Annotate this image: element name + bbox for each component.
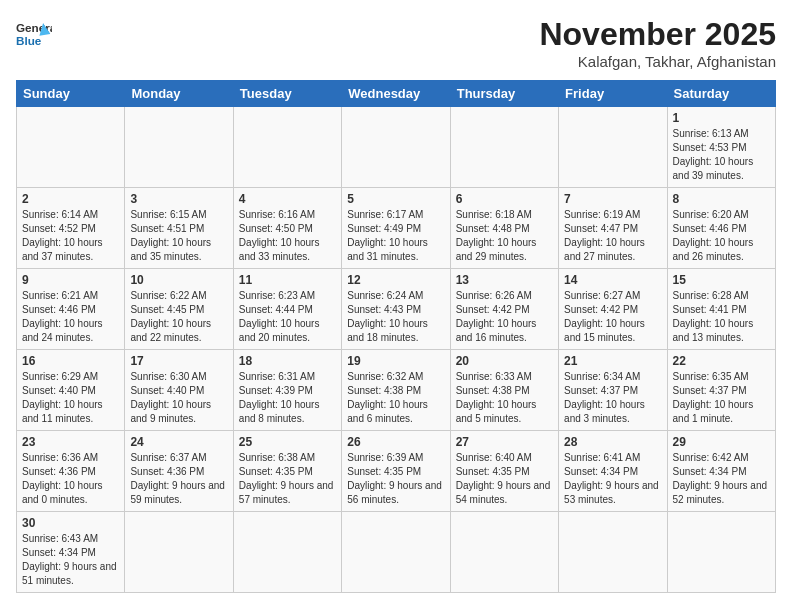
calendar-cell: 10Sunrise: 6:22 AM Sunset: 4:45 PM Dayli… [125, 269, 233, 350]
day-number: 27 [456, 435, 553, 449]
calendar-cell [450, 512, 558, 593]
day-number: 23 [22, 435, 119, 449]
calendar-cell: 30Sunrise: 6:43 AM Sunset: 4:34 PM Dayli… [17, 512, 125, 593]
calendar-cell: 22Sunrise: 6:35 AM Sunset: 4:37 PM Dayli… [667, 350, 775, 431]
day-info: Sunrise: 6:43 AM Sunset: 4:34 PM Dayligh… [22, 532, 119, 588]
day-number: 29 [673, 435, 770, 449]
day-info: Sunrise: 6:34 AM Sunset: 4:37 PM Dayligh… [564, 370, 661, 426]
day-number: 5 [347, 192, 444, 206]
weekday-header-row: Sunday Monday Tuesday Wednesday Thursday… [17, 81, 776, 107]
day-number: 1 [673, 111, 770, 125]
day-info: Sunrise: 6:29 AM Sunset: 4:40 PM Dayligh… [22, 370, 119, 426]
calendar-cell: 21Sunrise: 6:34 AM Sunset: 4:37 PM Dayli… [559, 350, 667, 431]
calendar-cell [667, 512, 775, 593]
calendar-row: 1Sunrise: 6:13 AM Sunset: 4:53 PM Daylig… [17, 107, 776, 188]
location-title: Kalafgan, Takhar, Afghanistan [539, 53, 776, 70]
svg-text:Blue: Blue [16, 34, 42, 47]
calendar-row: 2Sunrise: 6:14 AM Sunset: 4:52 PM Daylig… [17, 188, 776, 269]
header-wednesday: Wednesday [342, 81, 450, 107]
month-title: November 2025 [539, 16, 776, 53]
day-number: 13 [456, 273, 553, 287]
day-number: 9 [22, 273, 119, 287]
calendar-cell: 15Sunrise: 6:28 AM Sunset: 4:41 PM Dayli… [667, 269, 775, 350]
day-number: 25 [239, 435, 336, 449]
calendar-cell: 18Sunrise: 6:31 AM Sunset: 4:39 PM Dayli… [233, 350, 341, 431]
calendar-cell: 26Sunrise: 6:39 AM Sunset: 4:35 PM Dayli… [342, 431, 450, 512]
day-number: 8 [673, 192, 770, 206]
header-friday: Friday [559, 81, 667, 107]
day-number: 2 [22, 192, 119, 206]
day-info: Sunrise: 6:13 AM Sunset: 4:53 PM Dayligh… [673, 127, 770, 183]
day-number: 24 [130, 435, 227, 449]
calendar-cell [125, 107, 233, 188]
calendar-cell: 29Sunrise: 6:42 AM Sunset: 4:34 PM Dayli… [667, 431, 775, 512]
day-number: 18 [239, 354, 336, 368]
calendar-cell: 27Sunrise: 6:40 AM Sunset: 4:35 PM Dayli… [450, 431, 558, 512]
calendar-cell: 25Sunrise: 6:38 AM Sunset: 4:35 PM Dayli… [233, 431, 341, 512]
day-info: Sunrise: 6:20 AM Sunset: 4:46 PM Dayligh… [673, 208, 770, 264]
day-number: 4 [239, 192, 336, 206]
day-info: Sunrise: 6:16 AM Sunset: 4:50 PM Dayligh… [239, 208, 336, 264]
calendar-cell: 6Sunrise: 6:18 AM Sunset: 4:48 PM Daylig… [450, 188, 558, 269]
day-info: Sunrise: 6:38 AM Sunset: 4:35 PM Dayligh… [239, 451, 336, 507]
day-number: 30 [22, 516, 119, 530]
day-number: 21 [564, 354, 661, 368]
day-info: Sunrise: 6:42 AM Sunset: 4:34 PM Dayligh… [673, 451, 770, 507]
calendar-cell [559, 512, 667, 593]
calendar-row: 23Sunrise: 6:36 AM Sunset: 4:36 PM Dayli… [17, 431, 776, 512]
day-number: 10 [130, 273, 227, 287]
day-info: Sunrise: 6:32 AM Sunset: 4:38 PM Dayligh… [347, 370, 444, 426]
day-number: 7 [564, 192, 661, 206]
logo: General Blue [16, 16, 52, 52]
day-info: Sunrise: 6:27 AM Sunset: 4:42 PM Dayligh… [564, 289, 661, 345]
day-info: Sunrise: 6:24 AM Sunset: 4:43 PM Dayligh… [347, 289, 444, 345]
day-info: Sunrise: 6:35 AM Sunset: 4:37 PM Dayligh… [673, 370, 770, 426]
calendar-cell: 4Sunrise: 6:16 AM Sunset: 4:50 PM Daylig… [233, 188, 341, 269]
calendar-cell [17, 107, 125, 188]
header-sunday: Sunday [17, 81, 125, 107]
day-info: Sunrise: 6:19 AM Sunset: 4:47 PM Dayligh… [564, 208, 661, 264]
calendar-cell: 5Sunrise: 6:17 AM Sunset: 4:49 PM Daylig… [342, 188, 450, 269]
title-area: November 2025 Kalafgan, Takhar, Afghanis… [539, 16, 776, 70]
calendar-cell: 17Sunrise: 6:30 AM Sunset: 4:40 PM Dayli… [125, 350, 233, 431]
calendar-row: 16Sunrise: 6:29 AM Sunset: 4:40 PM Dayli… [17, 350, 776, 431]
day-info: Sunrise: 6:23 AM Sunset: 4:44 PM Dayligh… [239, 289, 336, 345]
calendar-row: 30Sunrise: 6:43 AM Sunset: 4:34 PM Dayli… [17, 512, 776, 593]
calendar-cell: 28Sunrise: 6:41 AM Sunset: 4:34 PM Dayli… [559, 431, 667, 512]
day-info: Sunrise: 6:36 AM Sunset: 4:36 PM Dayligh… [22, 451, 119, 507]
header-thursday: Thursday [450, 81, 558, 107]
calendar-cell [450, 107, 558, 188]
day-info: Sunrise: 6:41 AM Sunset: 4:34 PM Dayligh… [564, 451, 661, 507]
calendar-cell [342, 512, 450, 593]
day-number: 12 [347, 273, 444, 287]
calendar-cell [342, 107, 450, 188]
calendar-cell: 2Sunrise: 6:14 AM Sunset: 4:52 PM Daylig… [17, 188, 125, 269]
day-info: Sunrise: 6:39 AM Sunset: 4:35 PM Dayligh… [347, 451, 444, 507]
day-info: Sunrise: 6:18 AM Sunset: 4:48 PM Dayligh… [456, 208, 553, 264]
day-number: 26 [347, 435, 444, 449]
calendar-cell [233, 107, 341, 188]
calendar-cell: 19Sunrise: 6:32 AM Sunset: 4:38 PM Dayli… [342, 350, 450, 431]
day-number: 14 [564, 273, 661, 287]
header-tuesday: Tuesday [233, 81, 341, 107]
day-info: Sunrise: 6:30 AM Sunset: 4:40 PM Dayligh… [130, 370, 227, 426]
day-number: 22 [673, 354, 770, 368]
calendar-cell: 7Sunrise: 6:19 AM Sunset: 4:47 PM Daylig… [559, 188, 667, 269]
calendar-cell: 3Sunrise: 6:15 AM Sunset: 4:51 PM Daylig… [125, 188, 233, 269]
header-saturday: Saturday [667, 81, 775, 107]
calendar-cell: 16Sunrise: 6:29 AM Sunset: 4:40 PM Dayli… [17, 350, 125, 431]
day-info: Sunrise: 6:14 AM Sunset: 4:52 PM Dayligh… [22, 208, 119, 264]
day-info: Sunrise: 6:21 AM Sunset: 4:46 PM Dayligh… [22, 289, 119, 345]
day-number: 3 [130, 192, 227, 206]
header-monday: Monday [125, 81, 233, 107]
calendar-cell: 24Sunrise: 6:37 AM Sunset: 4:36 PM Dayli… [125, 431, 233, 512]
day-info: Sunrise: 6:26 AM Sunset: 4:42 PM Dayligh… [456, 289, 553, 345]
day-number: 20 [456, 354, 553, 368]
day-info: Sunrise: 6:33 AM Sunset: 4:38 PM Dayligh… [456, 370, 553, 426]
day-number: 16 [22, 354, 119, 368]
calendar-cell: 20Sunrise: 6:33 AM Sunset: 4:38 PM Dayli… [450, 350, 558, 431]
calendar-cell: 11Sunrise: 6:23 AM Sunset: 4:44 PM Dayli… [233, 269, 341, 350]
day-info: Sunrise: 6:37 AM Sunset: 4:36 PM Dayligh… [130, 451, 227, 507]
calendar-cell: 9Sunrise: 6:21 AM Sunset: 4:46 PM Daylig… [17, 269, 125, 350]
day-number: 19 [347, 354, 444, 368]
